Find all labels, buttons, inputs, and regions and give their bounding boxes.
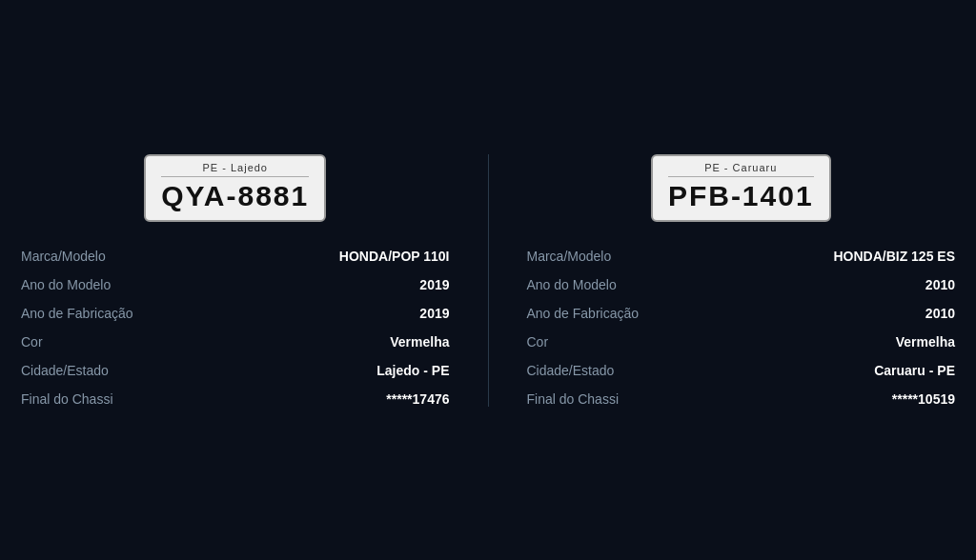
info-value: Vermelha [390, 334, 449, 350]
info-row: Marca/ModeloHONDA/POP 110I [21, 249, 450, 264]
info-label: Ano de Fabricação [527, 306, 640, 321]
plate-number-right: PFB-1401 [668, 180, 814, 212]
info-value: 2019 [419, 277, 449, 292]
info-value: Vermelha [896, 334, 955, 350]
info-label: Marca/Modelo [527, 249, 612, 264]
main-container: PE - Lajedo QYA-8881 Marca/ModeloHONDA/P… [21, 154, 955, 407]
vehicle-panel-left: PE - Lajedo QYA-8881 Marca/ModeloHONDA/P… [21, 154, 450, 407]
info-label: Ano do Modelo [527, 277, 617, 292]
plate-city-left: PE - Lajedo [161, 162, 309, 177]
info-row: Final do Chassi*****10519 [527, 391, 956, 407]
plate-left: PE - Lajedo QYA-8881 [144, 154, 326, 222]
vehicle-panel-right: PE - Caruaru PFB-1401 Marca/ModeloHONDA/… [527, 154, 956, 407]
info-value: 2019 [419, 306, 449, 321]
info-value: Caruaru - PE [874, 363, 955, 378]
info-row: Cidade/EstadoLajedo - PE [21, 363, 450, 378]
info-label: Cidade/Estado [21, 363, 109, 378]
info-value: 2010 [925, 277, 955, 292]
info-label: Ano do Modelo [21, 277, 111, 292]
info-row: Ano do Modelo2010 [527, 277, 956, 292]
info-value: HONDA/POP 110I [339, 249, 450, 264]
info-row: Marca/ModeloHONDA/BIZ 125 ES [527, 249, 956, 264]
info-row: Ano de Fabricação2010 [527, 306, 956, 321]
info-value: HONDA/BIZ 125 ES [833, 249, 955, 264]
info-row: Final do Chassi*****17476 [21, 391, 450, 407]
info-value: Lajedo - PE [376, 363, 449, 378]
info-row: CorVermelha [527, 334, 956, 350]
info-value: *****10519 [892, 391, 955, 407]
info-value: *****17476 [386, 391, 449, 407]
info-label: Final do Chassi [21, 391, 113, 407]
info-label: Marca/Modelo [21, 249, 106, 264]
info-row: CorVermelha [21, 334, 450, 350]
plate-city-right: PE - Caruaru [668, 162, 814, 177]
info-row: Ano de Fabricação2019 [21, 306, 450, 321]
info-value: 2010 [925, 306, 955, 321]
plate-right: PE - Caruaru PFB-1401 [651, 154, 831, 222]
divider [488, 154, 489, 407]
info-table-right: Marca/ModeloHONDA/BIZ 125 ESAno do Model… [527, 249, 956, 407]
info-label: Cor [21, 334, 43, 350]
plate-container-left: PE - Lajedo QYA-8881 [21, 154, 450, 222]
info-label: Final do Chassi [527, 391, 620, 407]
info-label: Cidade/Estado [527, 363, 615, 378]
info-row: Cidade/EstadoCaruaru - PE [527, 363, 956, 378]
info-label: Ano de Fabricação [21, 306, 133, 321]
info-table-left: Marca/ModeloHONDA/POP 110IAno do Modelo2… [21, 249, 450, 407]
info-row: Ano do Modelo2019 [21, 277, 450, 292]
plate-container-right: PE - Caruaru PFB-1401 [527, 154, 956, 222]
info-label: Cor [527, 334, 549, 350]
plate-number-left: QYA-8881 [161, 180, 309, 212]
